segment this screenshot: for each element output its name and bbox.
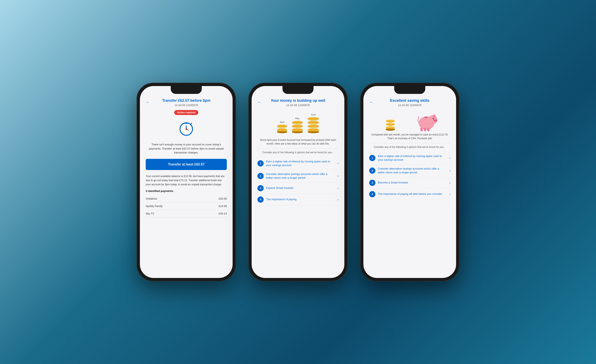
option-text-2-3: Explore Smart Investor [266,186,335,190]
payment-name-2: Spotify Family [146,204,163,208]
piggy-svg [415,111,438,132]
option-text-2-4: The importance of paying [266,197,335,201]
phone-1: ← Transfer £62.57 before 3pm 12-34-56 12… [137,83,236,281]
svg-rect-17 [424,128,426,131]
phone2-title: Your money is building up well [257,98,339,103]
header-2: Your money is building up well 12-34-56 … [257,98,339,107]
svg-line-6 [190,123,192,124]
option-num-2-2: 2 [257,173,264,179]
phone2-subtitle: 12-34-56 12345678 [257,104,339,107]
option-row-2-2[interactable]: 2 Consider alternative savings accounts … [257,170,339,182]
clock-icon [146,120,227,139]
phone3-options-intro: Consider any of the following 4 options … [369,146,450,149]
phone2-options-intro: Consider any of the following 4 options … [257,151,339,154]
chart-label-april: April [280,121,284,123]
option-text-3-1: Earn a higher rate of interest by moving… [378,154,447,162]
coins-stack [386,120,395,131]
payment-amount-2: £14.99 [218,204,227,208]
payment-row-3: Sky TV £40.14 [146,210,227,217]
svg-point-15 [433,118,434,119]
piggy-illustration [369,110,450,133]
option-text-3-4: The importance of paying off debt before… [378,192,447,196]
option-row-2-1[interactable]: 1 Earn a higher rate of interest by movi… [257,157,339,170]
option-num-2-3: 3 [257,185,264,191]
payment-amount-3: £40.14 [218,212,227,215]
phone1-balance: Your current available balance is £12.56… [146,174,227,187]
chart-col-may: May [292,117,303,133]
option-arrow-3-3: › [449,181,450,185]
option-num-3-3: 3 [369,180,375,186]
option-arrow-2-2: › [337,174,339,178]
phones-container: ← Transfer £62.57 before 3pm 12-34-56 12… [120,66,476,298]
phone1-description: There isn't enough money in your account… [146,143,227,155]
svg-point-10 [433,115,435,118]
option-row-2-3[interactable]: 3 Explore Smart Investor › [257,183,339,194]
header-3: Excellent saving skills 12-34-56 1234567… [369,98,450,107]
option-row-3-1[interactable]: 1 Earn a higher rate of interest by movi… [369,152,450,164]
option-num-3-2: 2 [369,167,375,174]
back-arrow-1[interactable]: ← [146,100,150,104]
svg-point-13 [436,120,437,121]
option-text-3-3: Become a Smart Investor [378,181,447,184]
payment-row-1: Vodafone £20.00 [146,195,227,203]
chart-col-june: June [308,113,319,133]
option-text-2-1: Earn a higher rate of interest by moving… [266,160,335,167]
option-num-2-1: 1 [257,160,264,167]
option-num-2-4: 4 [257,197,264,203]
svg-rect-19 [425,117,428,118]
svg-rect-18 [427,128,430,131]
option-row-3-2[interactable]: 2 Consider alternative savings accounts … [369,164,450,177]
phone2-since-text: Since April your Current Account has inc… [257,138,339,146]
option-row-2-4[interactable]: 4 The importance of paying › [257,194,339,205]
svg-point-12 [434,120,435,121]
back-arrow-3[interactable]: ← [369,100,373,104]
transfer-cta-button[interactable]: Transfer at least £62.57 [146,159,227,170]
notch-3 [394,86,425,94]
svg-point-14 [433,118,434,119]
savings-chart: April May [257,110,339,137]
option-row-3-4[interactable]: 4 The importance of paying off debt befo… [369,189,450,200]
option-arrow-2-1: › [337,161,339,165]
phone3-title: Excellent saving skills [369,98,450,103]
payment-row-2: Spotify Family £14.99 [146,203,227,210]
svg-point-11 [433,119,438,122]
phone1-subtitle: 12-34-56 12345678 [146,104,227,107]
divider-3 [369,143,450,143]
svg-rect-16 [420,128,423,131]
back-arrow-2[interactable]: ← [257,100,261,104]
phone-3: ← Excellent saving skills 12-34-56 12345… [360,83,459,281]
action-badge: Action required [174,110,198,115]
phone3-subtitle: 12-34-56 12345678 [369,104,450,107]
option-arrow-3-4: › [449,192,450,196]
payment-name-3: Sky TV [146,212,154,215]
payment-name-1: Vodafone [146,197,157,200]
option-arrow-2-3: › [337,186,339,190]
option-arrow-2-4: › [337,198,339,201]
chart-label-may: May [295,117,300,120]
option-arrow-3-2: › [449,169,450,173]
chart-col-april: April [277,121,287,133]
notch-1 [171,86,202,94]
option-text-3-2: Consider alternative savings accounts wh… [378,167,447,174]
chart-label-june: June [311,113,316,116]
header-1: Transfer £62.57 before 3pm 12-34-56 1234… [146,98,227,107]
svg-point-4 [186,128,187,130]
payments-label: 3 identified payments [146,189,227,193]
option-num-3-4: 4 [369,191,375,197]
payment-amount-1: £20.00 [218,197,227,200]
notch-2 [283,86,313,94]
phone-2: ← Your money is building up well 12-34-5… [248,83,348,281]
divider-2 [257,148,339,149]
option-row-3-3[interactable]: 3 Become a Smart Investor › [369,177,450,189]
phone3-savings-text: Compared with last month, you've managed… [369,133,450,140]
option-arrow-3-1: › [449,156,450,160]
option-num-3-1: 1 [369,155,375,161]
phone1-title: Transfer £62.57 before 3pm [146,98,227,103]
option-text-2-2: Consider alternative savings accounts wh… [266,172,335,180]
